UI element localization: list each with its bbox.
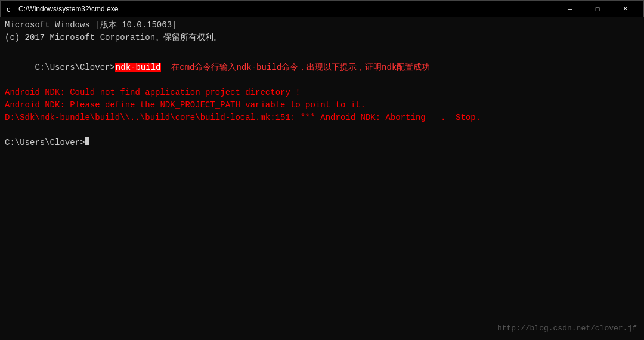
prompt-8: C:\Users\Clover> [5, 137, 85, 149]
title-bar: C C:\Windows\system32\cmd.exe ─ □ ✕ [0, 0, 644, 17]
console-line-2: (c) 2017 Microsoft Corporation。保留所有权利。 [5, 32, 639, 44]
console-line-5: Android NDK: Please define the NDK_PROJE… [5, 99, 639, 112]
close-button[interactable]: ✕ [611, 1, 639, 17]
console-line-8: C:\Users\Clover> [5, 137, 639, 149]
console-line-4: Android NDK: Could not find application … [5, 86, 639, 99]
title-bar-text: C:\Windows\system32\cmd.exe [18, 5, 556, 13]
cmd-icon: C [5, 4, 15, 14]
cursor [85, 137, 89, 145]
console-line-1: Microsoft Windows [版本 10.0.15063] [5, 19, 639, 32]
prompt-3: C:\Users\Clover> [35, 63, 114, 72]
ndk-build-cmd: ndk-build [115, 63, 162, 72]
console-area: Microsoft Windows [版本 10.0.15063] (c) 20… [0, 17, 644, 340]
console-line-3: C:\Users\Clover>ndk-build 在cmd命令行输入ndk-b… [5, 49, 639, 86]
minimize-button[interactable]: ─ [556, 1, 584, 17]
cmd-window: C C:\Windows\system32\cmd.exe ─ □ ✕ Micr… [0, 0, 644, 340]
maximize-button[interactable]: □ [584, 1, 611, 17]
console-line-7 [5, 124, 639, 137]
console-line-6: D:\Sdk\ndk-bundle\build\\..\build\core\b… [5, 112, 639, 124]
title-bar-controls: ─ □ ✕ [556, 1, 639, 17]
svg-text:C: C [7, 7, 11, 14]
watermark: http://blog.csdn.net/clover.jf [497, 324, 637, 333]
ndk-comment: 在cmd命令行输入ndk-build命令，出现以下提示，证明ndk配置成功 [161, 63, 430, 72]
